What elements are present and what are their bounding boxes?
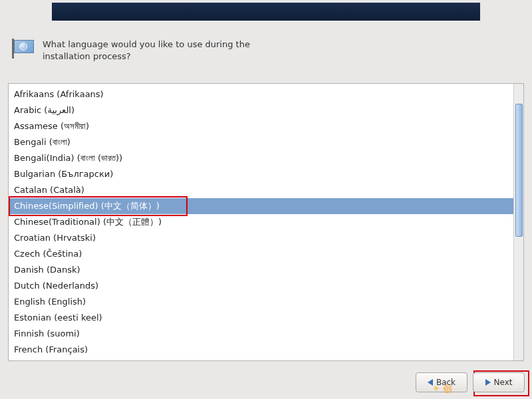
language-item[interactable]: Czech (Čeština) [9,246,513,262]
next-button-label: Next [494,378,513,387]
language-item[interactable]: Estonian (eesti keel) [9,310,513,326]
scrollbar[interactable] [513,84,523,360]
language-item[interactable]: Croatian (Hrvatski) [9,230,513,246]
language-item[interactable]: Dutch (Nederlands) [9,278,513,294]
prompt-text: What language would you like to use duri… [43,39,250,63]
language-item[interactable]: Bengali (বাংলা) [9,134,513,150]
language-item[interactable]: Danish (Dansk) [9,262,513,278]
language-item[interactable]: Finnish (suomi) [9,326,513,342]
language-item[interactable]: Bulgarian (Български) [9,166,513,182]
language-item[interactable]: Assamese (অসমীয়া) [9,118,513,134]
language-item[interactable]: Catalan (Català) [9,182,513,198]
language-item[interactable]: Arabic (العربية) [9,102,513,118]
header-banner [52,3,480,21]
language-item[interactable]: Afrikaans (Afrikaans) [9,86,513,102]
back-button[interactable]: Back [416,372,467,392]
arrow-left-icon [428,379,433,386]
language-flag-icon [11,39,36,59]
language-list-body[interactable]: Afrikaans (Afrikaans)Arabic (العربية)Ass… [9,84,513,360]
language-item[interactable]: French (Français) [9,342,513,358]
language-item[interactable]: Chinese(Simplified) (中文（简体）) [9,198,513,214]
language-item[interactable]: Chinese(Traditional) (中文（正體）) [9,214,513,230]
back-button-label: Back [436,378,456,387]
prompt-row: What language would you like to use duri… [11,39,250,63]
prompt-line-1: What language would you like to use duri… [43,39,250,49]
scrollbar-thumb[interactable] [515,104,523,237]
language-list: Afrikaans (Afrikaans)Arabic (العربية)Ass… [8,83,524,361]
language-item[interactable]: English (English) [9,294,513,310]
button-bar: Back Next [0,372,532,396]
next-button[interactable]: Next [473,372,525,392]
arrow-right-icon [485,379,491,386]
language-item[interactable]: Bengali(India) (বাংলা (ভারত)) [9,150,513,166]
prompt-line-2: installation process? [43,51,131,61]
